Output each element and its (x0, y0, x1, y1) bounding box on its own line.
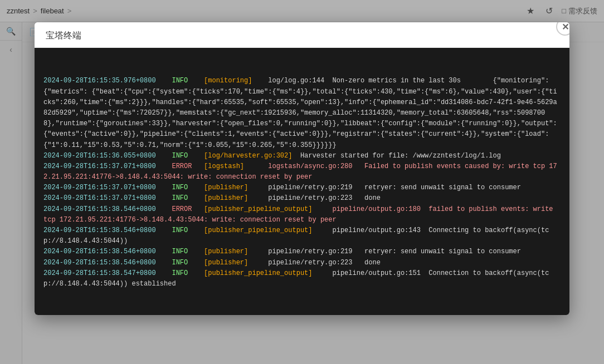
log-line: 2024-09-28T16:15:37.071+0800 INFO [publi… (43, 183, 561, 193)
modal-overlay: ✕ 宝塔终端 2024-09-28T16:15:35.976+0800 INFO… (0, 0, 604, 364)
log-line: 2024-09-28T16:15:36.055+0800 INFO [log/h… (43, 151, 561, 161)
log-line: 2024-09-28T16:15:38.546+0800 INFO [publi… (43, 225, 561, 247)
terminal-title: 宝塔终端 (46, 30, 81, 42)
log-line: 2024-09-28T16:15:38.546+0800 INFO [publi… (43, 247, 561, 257)
log-line: 2024-09-28T16:15:38.547+0800 INFO [publi… (43, 268, 561, 289)
terminal-body[interactable]: 2024-09-28T16:15:35.976+0800 INFO [monit… (35, 48, 569, 315)
log-line: 2024-09-28T16:15:37.071+0800 INFO [publi… (43, 193, 561, 204)
log-line: 2024-09-28T16:15:35.976+0800 INFO [monit… (43, 76, 561, 150)
log-line: 2024-09-28T16:15:37.071+0800 ERROR [logs… (43, 161, 561, 183)
log-line: 2024-09-28T16:15:38.546+0800 ERROR [publ… (43, 204, 561, 225)
terminal-modal: ✕ 宝塔终端 2024-09-28T16:15:35.976+0800 INFO… (35, 22, 569, 315)
terminal-header: 宝塔终端 (35, 22, 569, 48)
log-line: 2024-09-28T16:15:38.546+0800 INFO [publi… (43, 258, 561, 268)
